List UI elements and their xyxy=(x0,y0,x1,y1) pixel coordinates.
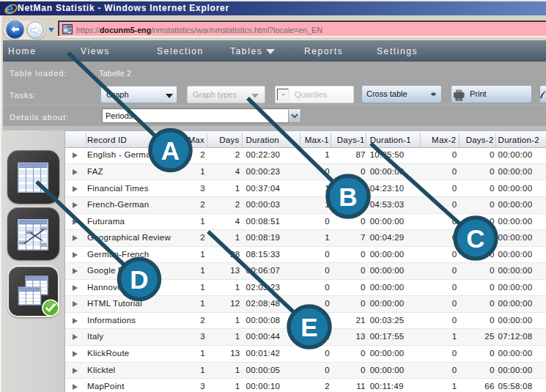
svg-text:B: B xyxy=(339,182,357,211)
svg-text:E: E xyxy=(300,313,317,341)
svg-text:C: C xyxy=(466,224,484,253)
svg-text:D: D xyxy=(130,265,148,294)
svg-text:A: A xyxy=(161,136,180,165)
